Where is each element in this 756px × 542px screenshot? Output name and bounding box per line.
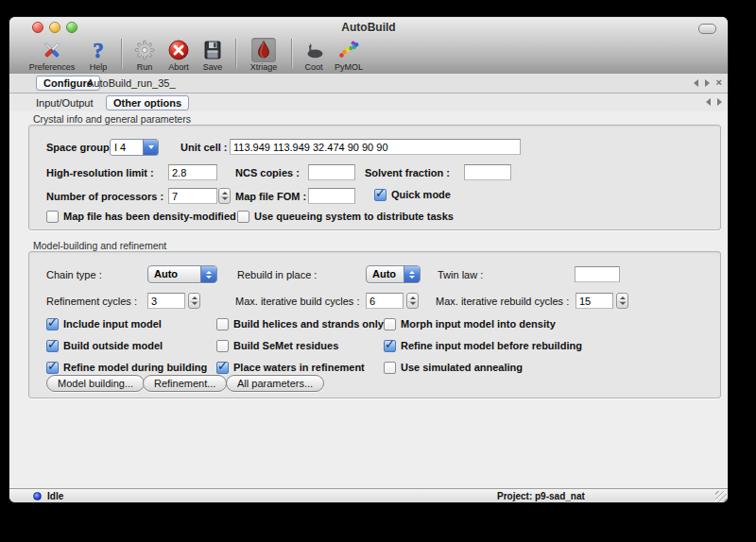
app-window: AutoBuild Preferences ? Help: [9, 17, 728, 502]
unit-cell-label: Unit cell :: [180, 140, 228, 156]
toolbar-button-preferences[interactable]: Preferences: [23, 38, 81, 74]
stepper-up-icon: [192, 296, 198, 299]
stepper-down-icon: [192, 302, 198, 305]
refinement-cycles-stepper[interactable]: [188, 293, 200, 309]
refinement-button[interactable]: Refinement...: [143, 375, 227, 392]
num-processors-stepper[interactable]: [218, 188, 231, 204]
toolbar-toggle-button[interactable]: [698, 24, 716, 34]
tab-other-options[interactable]: Other options: [106, 95, 189, 110]
stepper-down-icon: [620, 302, 626, 305]
rebuild-cycles-input[interactable]: [576, 293, 613, 309]
checkbox-box: [374, 189, 387, 201]
save-floppy-icon: [200, 38, 225, 62]
checkbox-box: [46, 340, 59, 352]
checkbox-label: Morph input model into density: [401, 318, 556, 330]
toolbar-label: Help: [90, 62, 108, 72]
toolbar-separator: [121, 39, 122, 69]
build-cycles-input[interactable]: [366, 293, 404, 309]
rebuild-cycles-label: Max. iterative rebuild cycles :: [436, 294, 569, 310]
titlebar[interactable]: AutoBuild: [9, 17, 728, 38]
xtriage-drop-icon: [251, 38, 276, 62]
stepper-up-icon: [620, 296, 626, 299]
checkbox-place-waters[interactable]: Place waters in refinement: [216, 361, 365, 374]
checkbox-label: Build SeMet residues: [233, 340, 338, 351]
checkbox-label: Refine model during building: [63, 362, 207, 373]
build-cycles-label: Max. iterative build cycles :: [235, 294, 359, 310]
chain-type-popup[interactable]: Auto: [147, 265, 217, 283]
checkbox-queueing-system[interactable]: Use queueing system to distribute tasks: [237, 210, 454, 223]
checkbox-build-outside-model[interactable]: Build outside model: [46, 339, 163, 352]
checkbox-label: Build outside model: [63, 340, 163, 351]
toolbar-button-xtriage[interactable]: Xtriage: [242, 38, 285, 74]
toolbar-button-run[interactable]: Run: [128, 38, 162, 74]
checkbox-include-input-model[interactable]: Include input model: [46, 317, 162, 330]
checkbox-morph-input-model[interactable]: Morph input model into density: [384, 317, 556, 330]
checkbox-label: Use queueing system to distribute tasks: [254, 211, 454, 222]
window-title: AutoBuild: [9, 17, 728, 38]
toolbar-label: Save: [203, 62, 223, 72]
checkbox-box: [216, 318, 229, 330]
checkbox-box: [384, 318, 396, 330]
resize-grip[interactable]: [715, 491, 727, 502]
stepper-up-icon: [222, 192, 228, 195]
map-fom-input[interactable]: [308, 188, 355, 204]
refinement-cycles-input[interactable]: [147, 293, 185, 309]
twin-law-label: Twin law :: [438, 267, 483, 283]
checkbox-refine-during-building[interactable]: Refine model during building: [46, 361, 207, 374]
ncs-copies-input[interactable]: [308, 164, 355, 180]
rebuild-cycles-stepper[interactable]: [616, 293, 628, 309]
checkbox-simulated-annealing[interactable]: Use simulated annealing: [384, 361, 523, 374]
tab-bar-main: Configure AutoBuild_run_35_ ×: [9, 74, 728, 93]
svg-text:?: ?: [93, 39, 104, 61]
subtab-scroll-right-icon[interactable]: [717, 98, 722, 106]
checkbox-density-modified[interactable]: Map file has been density-modified: [46, 210, 236, 223]
checkbox-refine-input-before-rebuild[interactable]: Refine input model before rebuilding: [384, 339, 582, 352]
checkbox-box: [237, 211, 249, 223]
checkbox-label: Include input model: [63, 318, 162, 330]
checkbox-label: Map file has been density-modified: [63, 211, 236, 222]
toolbar-button-save[interactable]: Save: [196, 38, 230, 74]
tab-input-output[interactable]: Input/Output: [36, 96, 94, 110]
tab-close-icon[interactable]: ×: [716, 78, 722, 87]
crystal-group-box: Space group : I 4 Unit cell : High-resol…: [28, 125, 721, 230]
high-res-label: High-resolution limit :: [46, 165, 154, 181]
solvent-fraction-input[interactable]: [464, 164, 511, 180]
checkbox-box: [46, 318, 59, 330]
build-cycles-stepper[interactable]: [406, 293, 419, 309]
tab-autobuild-run[interactable]: AutoBuild_run_35_: [87, 76, 176, 90]
rebuild-in-place-popup[interactable]: Auto: [366, 265, 421, 283]
subtab-nav-controls: [706, 98, 722, 106]
window-header: AutoBuild Preferences ? Help: [9, 17, 728, 75]
all-parameters-button[interactable]: All parameters...: [226, 375, 324, 392]
space-group-select[interactable]: I 4: [110, 139, 159, 156]
tab-scroll-right-icon[interactable]: [705, 79, 710, 87]
toolbar-button-pymol[interactable]: PyMOL: [330, 38, 368, 74]
twin-law-input[interactable]: [575, 266, 620, 282]
chain-type-label: Chain type :: [46, 267, 102, 283]
solvent-fraction-label: Solvent fraction :: [365, 165, 450, 181]
toolbar: Preferences ? Help: [9, 38, 728, 74]
toolbar-button-coot[interactable]: Coot: [298, 38, 330, 74]
stepper-down-icon: [222, 197, 228, 200]
toolbar-button-abort[interactable]: Abort: [162, 38, 196, 74]
subtab-scroll-left-icon[interactable]: [706, 98, 711, 106]
checkbox-build-semet[interactable]: Build SeMet residues: [216, 339, 338, 352]
project-label: Project: p9-sad_nat: [497, 490, 585, 502]
model-building-button[interactable]: Model building...: [46, 375, 145, 392]
tab-scroll-left-icon[interactable]: [694, 79, 698, 87]
checkbox-box: [46, 362, 59, 374]
num-processors-input[interactable]: [168, 188, 217, 204]
unit-cell-input[interactable]: [230, 139, 521, 155]
model-group-box: Chain type : Auto Rebuild in place : Aut…: [28, 251, 721, 398]
toolbar-separator: [235, 39, 236, 69]
toolbar-separator: [291, 39, 292, 69]
rebuild-in-place-label: Rebuild in place :: [237, 267, 317, 283]
stepper-up-icon: [410, 296, 416, 299]
checkbox-build-helices-strands[interactable]: Build helices and strands only: [216, 317, 384, 330]
toolbar-label: Xtriage: [250, 62, 278, 72]
high-res-input[interactable]: [168, 164, 217, 180]
toolbar-button-help[interactable]: ? Help: [81, 38, 115, 74]
checkbox-box: [384, 362, 396, 374]
checkbox-quick-mode[interactable]: Quick mode: [374, 188, 451, 201]
rebuild-in-place-value: Auto: [367, 266, 404, 282]
